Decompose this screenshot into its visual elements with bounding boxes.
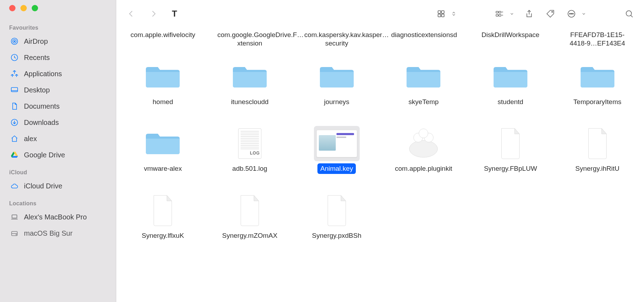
grid-view-icon: [434, 7, 448, 21]
view-mode-control[interactable]: [434, 7, 457, 21]
tags-button[interactable]: [543, 7, 557, 21]
sidebar-item-icloud-drive[interactable]: iCloud Drive: [0, 178, 116, 194]
sidebar-item-this-mac[interactable]: Alex's MacBook Pro: [0, 209, 116, 225]
generic-file-icon: [150, 195, 175, 226]
file-item[interactable]: com.google.GoogleDrive.F…xtension: [208, 28, 292, 59]
log-file-icon: LOG: [238, 128, 261, 159]
file-item[interactable]: Synergy.lflxuK: [121, 193, 205, 249]
folder-icon: [579, 63, 616, 91]
file-item[interactable]: Synergy.FBpLUW: [469, 126, 552, 182]
google-drive-icon: [10, 150, 19, 159]
sidebar-item-label: Documents: [24, 102, 60, 110]
sidebar-item-volume[interactable]: macOS Big Sur: [0, 225, 116, 241]
folder-item[interactable]: vmware-alex: [121, 126, 205, 182]
file-grid: com.apple.wifivelocity com.google.Google…: [116, 28, 644, 302]
minimize-window-button[interactable]: [20, 5, 27, 11]
sidebar-item-google-drive[interactable]: Google Drive: [0, 147, 116, 163]
file-item[interactable]: LOGadb.501.log: [208, 126, 292, 182]
window-title: T: [172, 9, 177, 19]
folder-item[interactable]: homed: [121, 59, 205, 116]
file-item[interactable]: Synergy.pxdBSh: [295, 193, 378, 249]
close-window-button[interactable]: [9, 5, 16, 11]
sidebar-item-label: Google Drive: [24, 151, 65, 159]
file-item[interactable]: diagnosticextensionsd: [382, 28, 465, 59]
laptop-icon: [10, 212, 19, 222]
file-label: Synergy.mZOmAX: [219, 230, 280, 241]
sidebar-item-label: Desktop: [24, 86, 50, 94]
file-label: com.apple.wifivelocity: [128, 30, 198, 40]
folder-icon: [144, 63, 181, 91]
file-label: FFEAFD7B-1E15-4418-9…EF143E4: [562, 30, 633, 49]
file-badge: LOG: [250, 151, 260, 156]
sidebar-section-icloud: iCloud: [0, 163, 116, 178]
plugin-bundle-icon: [408, 128, 439, 159]
folder-item[interactable]: studentd: [469, 59, 552, 116]
home-icon: [10, 134, 19, 143]
file-label: TemporaryItems: [571, 97, 624, 107]
file-label: diagnosticextensionsd: [388, 30, 459, 40]
folder-item[interactable]: itunescloudd: [208, 59, 292, 116]
file-item[interactable]: DiskDrillWorkspace: [469, 28, 552, 59]
file-item[interactable]: com.apple.pluginkit: [382, 126, 465, 182]
folder-item[interactable]: skyeTemp: [382, 59, 465, 116]
document-icon: [10, 102, 19, 111]
folder-icon: [144, 130, 181, 157]
applications-icon: [10, 69, 19, 78]
file-item[interactable]: com.apple.wifivelocity: [121, 28, 205, 59]
folder-icon: [318, 63, 355, 91]
sidebar-item-home[interactable]: alex: [0, 131, 116, 147]
download-icon: [10, 118, 19, 127]
sidebar-item-applications[interactable]: Applications: [0, 66, 116, 82]
file-label: vmware-alex: [141, 163, 185, 174]
file-label: Synergy.FBpLUW: [481, 163, 540, 174]
file-item-selected[interactable]: Animal.key: [295, 126, 378, 182]
disk-icon: [10, 229, 19, 238]
file-item[interactable]: FFEAFD7B-1E15-4418-9…EF143E4: [556, 28, 639, 59]
file-label: journeys: [321, 97, 352, 107]
sidebar-item-recents[interactable]: Recents: [0, 49, 116, 66]
sidebar-item-label: Applications: [24, 70, 62, 78]
sidebar-section-locations: Locations: [0, 194, 116, 209]
generic-file-icon: [237, 195, 262, 226]
sidebar-item-label: Recents: [24, 54, 50, 62]
search-button[interactable]: [622, 7, 636, 21]
generic-file-icon: [324, 195, 349, 226]
sidebar-item-label: Alex's MacBook Pro: [24, 213, 87, 221]
folder-icon: [405, 63, 442, 91]
clock-icon: [10, 53, 19, 62]
file-item[interactable]: com.kaspersky.kav.kasper…security: [295, 28, 378, 59]
file-label: Animal.key: [317, 163, 356, 174]
forward-button[interactable]: [147, 7, 161, 21]
file-label: Synergy.ihRitU: [572, 163, 622, 174]
group-by-control[interactable]: [493, 7, 515, 21]
sidebar-item-downloads[interactable]: Downloads: [0, 114, 116, 131]
toolbar: T: [116, 0, 644, 28]
back-button[interactable]: [124, 7, 138, 21]
file-label: studentd: [495, 97, 526, 107]
sidebar: Favourites AirDrop Recents Applications …: [0, 0, 116, 302]
sidebar-section-favourites: Favourites: [0, 18, 116, 33]
sidebar-item-airdrop[interactable]: AirDrop: [0, 33, 116, 49]
cloud-icon: [10, 181, 19, 191]
sidebar-item-desktop[interactable]: Desktop: [0, 82, 116, 98]
sidebar-item-label: AirDrop: [24, 37, 48, 46]
sidebar-item-label: Downloads: [24, 119, 59, 127]
sidebar-item-label: alex: [24, 135, 37, 143]
folder-icon: [231, 63, 268, 91]
file-item[interactable]: Synergy.ihRitU: [556, 126, 639, 182]
folder-item[interactable]: journeys: [295, 59, 378, 116]
file-label: com.apple.pluginkit: [392, 163, 455, 174]
share-button[interactable]: [522, 7, 536, 21]
file-item[interactable]: Synergy.mZOmAX: [208, 193, 292, 249]
sidebar-item-documents[interactable]: Documents: [0, 98, 116, 114]
file-label: DiskDrillWorkspace: [479, 30, 542, 40]
more-actions-button[interactable]: [564, 7, 587, 21]
folder-icon: [492, 63, 529, 91]
file-label: homed: [150, 97, 176, 107]
zoom-window-button[interactable]: [32, 5, 38, 11]
desktop-icon: [10, 85, 19, 95]
file-label: itunescloudd: [228, 97, 272, 107]
keynote-thumbnail-icon: [316, 130, 357, 157]
file-label: com.google.GoogleDrive.F…xtension: [215, 30, 285, 49]
folder-item[interactable]: TemporaryItems: [556, 59, 639, 116]
